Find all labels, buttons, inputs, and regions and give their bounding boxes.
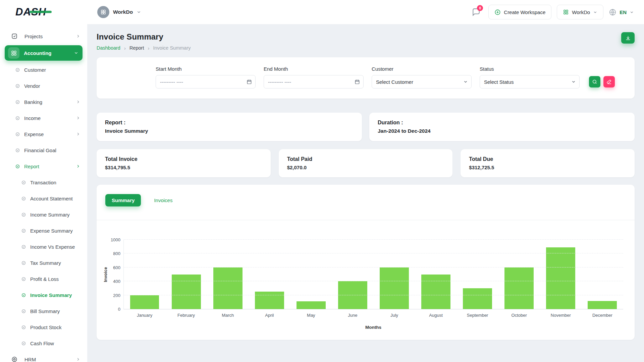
tab-summary[interactable]: Summary (105, 194, 141, 206)
chart-tabs: Summary Invoices (97, 185, 635, 220)
sidebar-item-expense-summary[interactable]: Expense Summary (0, 223, 87, 239)
sidebar-item-label: Accounting (24, 50, 52, 56)
x-tick-label: September (467, 313, 488, 318)
sidebar-item-account-statement[interactable]: Account Statement (0, 190, 87, 206)
chevron-down-icon (630, 10, 634, 14)
start-month-label: Start Month (156, 66, 256, 72)
sidebar-item-financial-goal[interactable]: Financial Goal (0, 142, 87, 158)
sidebar-item-vendor[interactable]: Vendor (0, 78, 87, 94)
sidebar-item-expense[interactable]: Expense (0, 126, 87, 142)
calendar-icon (247, 79, 252, 84)
breadcrumb-current: Invoice Summary (153, 45, 191, 51)
chevron-down-icon (74, 51, 78, 55)
sidebar-item-label: HRM (24, 357, 36, 362)
workspace-picker[interactable]: WorkDo (97, 6, 141, 18)
sidebar-item-invoice-summary[interactable]: Invoice Summary (0, 287, 87, 303)
sidebar-item-customer[interactable]: Customer (0, 62, 87, 78)
chevron-right-icon (76, 357, 80, 362)
sidebar-item-transaction[interactable]: Transaction (0, 174, 87, 190)
sidebar-item-hrm[interactable]: HRM (0, 351, 87, 362)
bar-september[interactable] (463, 288, 492, 309)
sidebar-item-income-vs-expense[interactable]: Income Vs Expense (0, 239, 87, 255)
x-tick-label: May (307, 313, 315, 318)
page-title: Invoice Summary (97, 32, 191, 42)
bar-march[interactable] (213, 267, 243, 309)
start-month-field[interactable] (160, 79, 244, 85)
search-button[interactable] (589, 76, 600, 87)
chart-card: Summary Invoices Invoice JanuaryFebruary… (97, 185, 635, 340)
sidebar-item-label: Account Statement (30, 196, 73, 201)
start-month-input[interactable] (156, 75, 256, 88)
sidebar-item-bill-summary[interactable]: Bill Summary (0, 303, 87, 319)
customer-select[interactable]: Select Customer (372, 75, 472, 88)
end-month-input[interactable] (264, 75, 364, 88)
sidebar-item-income-summary[interactable]: Income Summary (0, 206, 87, 223)
y-tick-label: 200 (113, 293, 120, 298)
gridline (124, 281, 623, 281)
app-menu-button[interactable]: WorkDo (557, 5, 603, 19)
report-value: Invoice Summary (105, 128, 354, 134)
download-button[interactable] (621, 32, 635, 44)
status-select[interactable]: Select Status (480, 75, 580, 88)
sidebar-item-label: Vendor (24, 83, 40, 89)
sidebar-item-profit-loss[interactable]: Profit & Loss (0, 271, 87, 287)
breadcrumb-report[interactable]: Report (129, 45, 144, 51)
download-icon (625, 35, 631, 41)
workspace-avatar (97, 6, 109, 18)
sidebar-item-projects[interactable]: Projects (0, 28, 87, 44)
bullet-icon (15, 132, 20, 136)
chevron-right-icon (76, 164, 80, 169)
sidebar-item-label: Bill Summary (30, 308, 60, 314)
language-selector[interactable]: EN (609, 8, 634, 16)
bar-october[interactable] (504, 267, 534, 309)
language-label: EN (620, 9, 627, 15)
sidebar-item-tax-summary[interactable]: Tax Summary (0, 255, 87, 271)
y-tick-label: 800 (113, 251, 120, 256)
bar-april[interactable] (255, 292, 284, 309)
end-month-field[interactable] (268, 79, 352, 85)
messages-button[interactable]: 0 (469, 5, 483, 19)
total-paid-value: $2,070.0 (287, 165, 444, 170)
bar-january[interactable] (130, 295, 159, 309)
bullet-icon (15, 148, 20, 153)
bar-group-january: January (124, 240, 165, 309)
x-tick-label: December (592, 313, 612, 318)
create-workspace-button[interactable]: Create Workspace (488, 5, 551, 19)
total-invoice-label: Total Invoice (105, 156, 262, 162)
plot-area: JanuaryFebruaryMarchAprilMayJuneJulyAugu… (123, 240, 623, 309)
sidebar-item-banking[interactable]: Banking (0, 94, 87, 110)
breadcrumb-separator: › (148, 46, 149, 51)
bullet-icon (21, 213, 26, 217)
bar-february[interactable] (172, 275, 201, 309)
globe-icon (609, 8, 616, 16)
sidebar-item-label: Profit & Loss (30, 276, 59, 282)
app-logo[interactable]: DASH (0, 0, 87, 24)
sidebar-item-label: Transaction (30, 180, 56, 185)
sidebar-item-income[interactable]: Income (0, 110, 87, 126)
bar-august[interactable] (421, 275, 450, 309)
x-tick-label: April (265, 313, 274, 318)
bar-december[interactable] (588, 301, 617, 309)
x-tick-label: November (551, 313, 571, 318)
chevron-down-icon (463, 79, 468, 84)
target-icon (9, 354, 20, 362)
bullet-icon (15, 68, 20, 72)
sidebar-item-accounting[interactable]: Accounting (5, 45, 83, 61)
bullet-icon (21, 196, 26, 201)
y-tick-label: 400 (113, 279, 120, 284)
bullet-icon (21, 293, 26, 297)
bar-november[interactable] (546, 247, 575, 309)
x-tick-label: March (222, 313, 234, 318)
sidebar-item-label: Income (24, 115, 41, 121)
sidebar-item-cash-flow[interactable]: Cash Flow (0, 335, 87, 351)
bar-may[interactable] (297, 301, 326, 309)
bar-group-august: August (415, 240, 457, 309)
sidebar-item-product-stock[interactable]: Product Stock (0, 319, 87, 335)
breadcrumb-dashboard[interactable]: Dashboard (97, 45, 120, 51)
main-content: Invoice Summary Dashboard › Report › Inv… (87, 24, 644, 362)
reset-button[interactable] (603, 76, 615, 87)
breadcrumb-separator: › (124, 46, 126, 51)
tab-invoices[interactable]: Invoices (148, 194, 179, 206)
sidebar-item-report[interactable]: Report (0, 158, 87, 174)
bar-july[interactable] (380, 267, 409, 309)
